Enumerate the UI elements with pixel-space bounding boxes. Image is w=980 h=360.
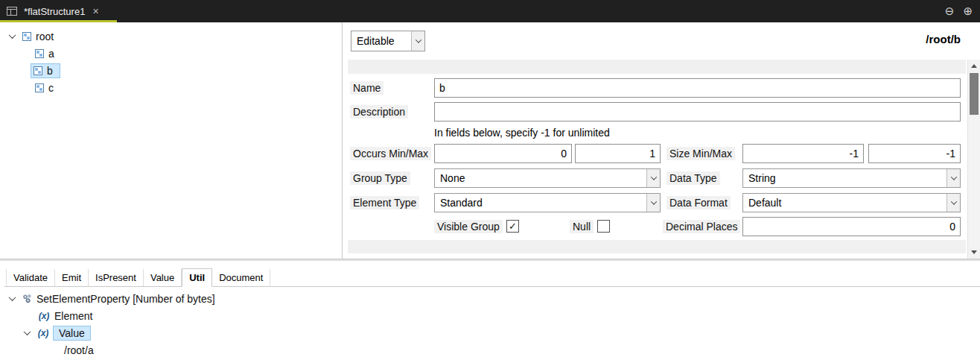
chevron-down-icon[interactable] bbox=[646, 169, 660, 187]
chevron-down-icon[interactable] bbox=[411, 31, 424, 51]
tree-node-label: root bbox=[36, 31, 54, 42]
selected-node-path: /root/b bbox=[926, 33, 961, 45]
document-tab[interactable]: *flatStructure1 × bbox=[18, 0, 108, 22]
expression-tabs: Validate Emit IsPresent Value Util Docum… bbox=[4, 268, 980, 287]
element-type-row: Element Type Standard Data Format Defaul… bbox=[343, 193, 961, 213]
group-type-select[interactable]: None bbox=[434, 168, 661, 188]
size-max-input[interactable] bbox=[868, 144, 961, 163]
expression-node-element[interactable]: Element bbox=[0, 307, 980, 324]
scroll-up-icon[interactable] bbox=[968, 60, 980, 72]
edit-mode-value: Editable bbox=[351, 35, 411, 47]
properties-panel: Editable /root/b Name Description In fie… bbox=[343, 22, 980, 259]
selected-expression-node-label: Value bbox=[54, 326, 90, 340]
application-window: *flatStructure1 × ⊖ ⊕ root a bbox=[0, 0, 980, 360]
chevron-down-icon[interactable] bbox=[646, 194, 660, 212]
expression-tree: SetElementProperty [Number of bytes] Ele… bbox=[0, 290, 980, 359]
tab-value[interactable]: Value bbox=[144, 269, 182, 286]
scroll-down-icon[interactable] bbox=[968, 247, 980, 258]
expression-node-label: Element bbox=[54, 310, 92, 322]
description-label: Description bbox=[350, 105, 408, 119]
tab-emit[interactable]: Emit bbox=[55, 269, 89, 286]
tree-node-label: c bbox=[48, 82, 54, 94]
document-tab-title: *flatStructure1 bbox=[24, 6, 85, 17]
chevron-down-icon[interactable] bbox=[946, 194, 960, 212]
expression-panel: Validate Emit IsPresent Value Util Docum… bbox=[0, 261, 980, 360]
unlimited-hint-text: In fields below, specify -1 for unlimite… bbox=[434, 127, 610, 139]
chevron-down-icon[interactable] bbox=[6, 31, 18, 42]
tab-document[interactable]: Document bbox=[212, 269, 270, 286]
group-type-value: None bbox=[435, 172, 646, 184]
element-icon bbox=[34, 48, 45, 59]
data-format-value: Default bbox=[743, 197, 946, 209]
data-type-label: Data Type bbox=[666, 171, 720, 185]
tab-util[interactable]: Util bbox=[182, 268, 212, 287]
element-type-label: Element Type bbox=[350, 196, 419, 209]
expression-node-path[interactable]: /root/a bbox=[0, 341, 980, 359]
app-icon bbox=[6, 5, 18, 17]
visible-group-checkbox[interactable] bbox=[506, 220, 519, 233]
tree-node-label: b bbox=[47, 65, 53, 77]
circle-plus-icon[interactable]: ⊕ bbox=[963, 4, 973, 18]
data-type-select[interactable]: String bbox=[742, 168, 961, 188]
variable-icon bbox=[37, 311, 51, 321]
group-type-label: Group Type bbox=[350, 171, 410, 185]
tree-node-b[interactable]: b bbox=[0, 62, 342, 79]
chevron-down-icon[interactable] bbox=[946, 169, 960, 187]
selected-tree-node: b bbox=[31, 64, 60, 78]
name-label: Name bbox=[350, 81, 384, 95]
description-input[interactable] bbox=[434, 102, 961, 121]
tree-node-root[interactable]: root bbox=[0, 28, 342, 45]
scrollbar-thumb[interactable] bbox=[970, 73, 979, 115]
element-icon bbox=[22, 31, 32, 42]
occurs-size-row: Occurs Min/Max Size Min/Max bbox=[343, 144, 961, 164]
chevron-down-icon[interactable] bbox=[6, 293, 18, 305]
group-data-type-row: Group Type None Data Type String bbox=[343, 168, 961, 189]
size-label: Size Min/Max bbox=[666, 147, 735, 160]
tree-node-c[interactable]: c bbox=[0, 79, 342, 96]
null-checkbox[interactable] bbox=[597, 220, 610, 233]
name-row: Name bbox=[343, 78, 961, 98]
schema-tree-panel: root a b c bbox=[0, 22, 343, 259]
description-row: Description bbox=[343, 102, 961, 122]
tree-node-label: a bbox=[48, 48, 54, 60]
visible-group-label: Visible Group bbox=[434, 220, 503, 233]
decimal-places-input[interactable] bbox=[742, 217, 961, 236]
window-controls: ⊖ ⊕ bbox=[945, 4, 973, 18]
expression-node-label: /root/a bbox=[64, 344, 94, 356]
element-icon bbox=[33, 66, 43, 76]
tab-ispresent[interactable]: IsPresent bbox=[89, 269, 144, 286]
tree-node-a[interactable]: a bbox=[0, 45, 342, 62]
element-type-value: Standard bbox=[435, 197, 646, 209]
circle-minus-icon[interactable]: ⊖ bbox=[945, 4, 955, 18]
expression-node-value[interactable]: Value bbox=[0, 324, 980, 341]
function-gears-icon bbox=[22, 293, 33, 304]
null-label: Null bbox=[570, 220, 594, 233]
occurs-label: Occurs Min/Max bbox=[350, 147, 431, 160]
separator-strip bbox=[348, 60, 966, 74]
size-min-input[interactable] bbox=[742, 144, 864, 163]
checkbox-row: Visible Group Null Decimal Places bbox=[343, 217, 961, 237]
data-type-value: String bbox=[743, 172, 946, 184]
element-type-select[interactable]: Standard bbox=[434, 193, 661, 212]
vertical-scrollbar[interactable] bbox=[967, 60, 980, 259]
data-format-label: Data Format bbox=[666, 196, 731, 209]
chevron-down-icon[interactable] bbox=[21, 327, 33, 339]
expression-node-label: SetElementProperty [Number of bytes] bbox=[36, 293, 215, 305]
element-icon bbox=[34, 83, 45, 93]
close-tab-icon[interactable]: × bbox=[92, 5, 98, 17]
separator-strip bbox=[348, 240, 966, 253]
expression-node-function[interactable]: SetElementProperty [Number of bytes] bbox=[0, 290, 980, 307]
tab-validate[interactable]: Validate bbox=[6, 269, 55, 286]
titlebar: *flatStructure1 × ⊖ ⊕ bbox=[0, 0, 980, 22]
occurs-min-input[interactable] bbox=[434, 144, 572, 163]
decimal-places-label: Decimal Places bbox=[663, 220, 740, 233]
name-input[interactable] bbox=[434, 78, 961, 98]
occurs-max-input[interactable] bbox=[575, 144, 661, 163]
variable-icon bbox=[36, 328, 50, 338]
data-format-select[interactable]: Default bbox=[742, 193, 961, 212]
edit-mode-select[interactable]: Editable bbox=[351, 31, 425, 51]
